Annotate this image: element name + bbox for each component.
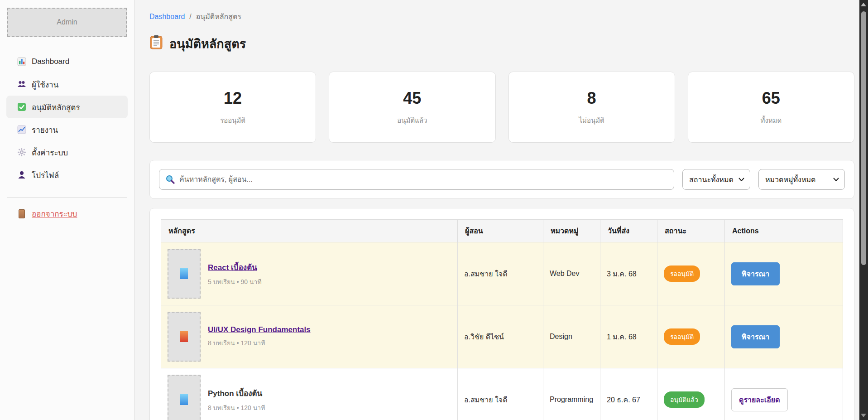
instructor-cell: อ.สมชาย ใจดี <box>458 242 543 305</box>
status-filter-value: สถานะทั้งหมด <box>689 174 734 185</box>
app-root: Admin Dashboard ผู้ใช้งาน อนุมัติหลักสูต… <box>0 0 868 420</box>
search-field-wrap <box>159 169 674 190</box>
stat-card-pending: 12 รออนุมัติ <box>149 72 316 143</box>
status-filter-select[interactable]: สถานะทั้งหมด <box>682 169 750 190</box>
table-row: UI/UX Design Fundamentals 8 บทเรียน • 12… <box>161 305 843 368</box>
sidebar-item-label: อนุมัติหลักสูตร <box>32 101 80 113</box>
gear-icon <box>17 148 26 157</box>
vertical-scrollbar[interactable] <box>859 0 868 420</box>
category-filter-value: หมวดหมู่ทั้งหมด <box>765 174 815 185</box>
courses-table-container: หลักสูตร ผู้สอน หมวดหมู่ วันที่ส่ง สถานะ… <box>149 208 854 420</box>
stat-value: 45 <box>403 89 421 108</box>
status-badge: รออนุมัติ <box>664 328 700 345</box>
admin-logo-label: Admin <box>57 18 77 26</box>
date-cell: 20 ธ.ค. 67 <box>600 368 657 420</box>
course-meta: 8 บทเรียน • 120 นาที <box>208 338 311 348</box>
course-title: Python เบื้องต้น <box>208 387 265 399</box>
courses-table: หลักสูตร ผู้สอน หมวดหมู่ วันที่ส่ง สถานะ… <box>161 219 843 420</box>
date-cell: 1 ม.ค. 68 <box>600 305 657 368</box>
page-title: อนุมัติหลักสูตร <box>149 34 854 53</box>
chevron-down-icon <box>833 175 839 183</box>
course-title-link[interactable]: UI/UX Design Fundamentals <box>208 325 311 334</box>
scrollbar-thumb[interactable] <box>861 11 866 265</box>
sidebar-item-label: ตั้งค่าระบบ <box>32 146 68 159</box>
course-meta: 5 บทเรียน • 90 นาที <box>208 277 262 287</box>
column-header-category: หมวดหมู่ <box>543 220 600 242</box>
sidebar-item-reports[interactable]: รายงาน <box>6 118 128 141</box>
sidebar-item-label: Dashboard <box>32 57 69 66</box>
instructor-cell: อ.สมชาย ใจดี <box>458 368 543 420</box>
stat-value: 12 <box>224 89 242 108</box>
stat-label: ไม่อนุมัติ <box>579 115 604 126</box>
category-cell: Web Dev <box>543 242 600 305</box>
chevron-down-icon <box>739 175 744 183</box>
clipboard-icon <box>149 35 163 53</box>
course-thumbnail-placeholder <box>168 375 201 420</box>
column-header-instructor: ผู้สอน <box>458 220 543 242</box>
stat-card-rejected: 8 ไม่อนุมัติ <box>508 72 675 143</box>
sidebar-item-dashboard[interactable]: Dashboard <box>6 50 128 73</box>
breadcrumb: Dashboard / อนุมัติหลักสูตร <box>149 11 854 22</box>
sidebar-item-label: ผู้ใช้งาน <box>32 78 58 91</box>
category-cell: Programming <box>543 368 600 420</box>
trend-chart-icon <box>17 125 26 134</box>
admin-logo: Admin <box>7 8 127 37</box>
users-icon <box>17 80 26 89</box>
instructor-cell: อ.วิชัย ดีไซน์ <box>458 305 543 368</box>
column-header-status: สถานะ <box>657 220 725 242</box>
course-title-link[interactable]: React เบื้องต้น <box>208 263 257 272</box>
scroll-down-arrow-icon[interactable] <box>861 414 866 417</box>
sidebar-item-profile[interactable]: โปรไฟล์ <box>6 164 128 186</box>
sidebar: Admin Dashboard ผู้ใช้งาน อนุมัติหลักสูต… <box>0 0 134 420</box>
stat-value: 8 <box>587 89 596 108</box>
search-input[interactable] <box>159 169 674 190</box>
stat-value: 65 <box>762 89 780 108</box>
logout-label: ออกจากระบบ <box>32 208 77 220</box>
broken-image-icon <box>180 331 188 342</box>
stat-card-total: 65 ทั้งหมด <box>688 72 854 143</box>
status-badge: รออนุมัติ <box>664 266 700 282</box>
category-filter-select[interactable]: หมวดหมู่ทั้งหมด <box>758 169 845 190</box>
review-button[interactable]: พิจารณา <box>731 262 780 285</box>
review-button[interactable]: พิจารณา <box>731 325 780 348</box>
stat-label: ทั้งหมด <box>761 115 782 126</box>
sidebar-item-course-approval[interactable]: อนุมัติหลักสูตร <box>6 96 128 118</box>
course-meta: 8 บทเรียน • 120 นาที <box>208 403 265 413</box>
stat-label: รออนุมัติ <box>220 115 245 126</box>
course-thumbnail-placeholder <box>168 249 201 299</box>
view-details-button[interactable]: ดูรายละเอียด <box>731 388 788 411</box>
breadcrumb-current: อนุมัติหลักสูตร <box>196 11 241 22</box>
broken-image-icon <box>180 394 188 405</box>
column-header-date: วันที่ส่ง <box>600 220 657 242</box>
sidebar-item-label: รายงาน <box>32 124 58 136</box>
stats-row: 12 รออนุมัติ 45 อนุมัติแล้ว 8 ไม่อนุมัติ… <box>149 72 854 143</box>
column-header-course: หลักสูตร <box>161 220 458 242</box>
door-icon <box>17 209 26 218</box>
stat-card-approved: 45 อนุมัติแล้ว <box>329 72 495 143</box>
table-row: Python เบื้องต้น 8 บทเรียน • 120 นาที อ.… <box>161 368 843 420</box>
category-cell: Design <box>543 305 600 368</box>
sidebar-menu: Dashboard ผู้ใช้งาน อนุมัติหลักสูตร รายง… <box>0 50 134 186</box>
date-cell: 3 ม.ค. 68 <box>600 242 657 305</box>
sidebar-item-settings[interactable]: ตั้งค่าระบบ <box>6 141 128 164</box>
check-icon <box>17 102 26 111</box>
broken-image-icon <box>180 268 188 279</box>
course-thumbnail-placeholder <box>168 312 201 362</box>
table-row: React เบื้องต้น 5 บทเรียน • 90 นาที อ.สม… <box>161 242 843 305</box>
breadcrumb-dashboard-link[interactable]: Dashboard <box>149 13 185 21</box>
main-content: Dashboard / อนุมัติหลักสูตร อนุมัติหลักส… <box>134 0 868 420</box>
status-badge: อนุมัติแล้ว <box>664 391 705 408</box>
search-icon <box>165 174 175 186</box>
logout-link[interactable]: ออกจากระบบ <box>6 208 128 220</box>
person-icon <box>17 170 26 179</box>
sidebar-item-label: โปรไฟล์ <box>32 169 59 181</box>
stat-label: อนุมัติแล้ว <box>397 115 427 126</box>
sidebar-divider <box>7 197 127 198</box>
table-header-row: หลักสูตร ผู้สอน หมวดหมู่ วันที่ส่ง สถานะ… <box>161 220 843 242</box>
breadcrumb-separator: / <box>189 13 191 21</box>
page-title-text: อนุมัติหลักสูตร <box>169 34 246 53</box>
scroll-up-arrow-icon[interactable] <box>861 3 866 6</box>
bar-chart-icon <box>17 57 26 66</box>
column-header-actions: Actions <box>725 220 843 242</box>
sidebar-item-users[interactable]: ผู้ใช้งาน <box>6 73 128 96</box>
